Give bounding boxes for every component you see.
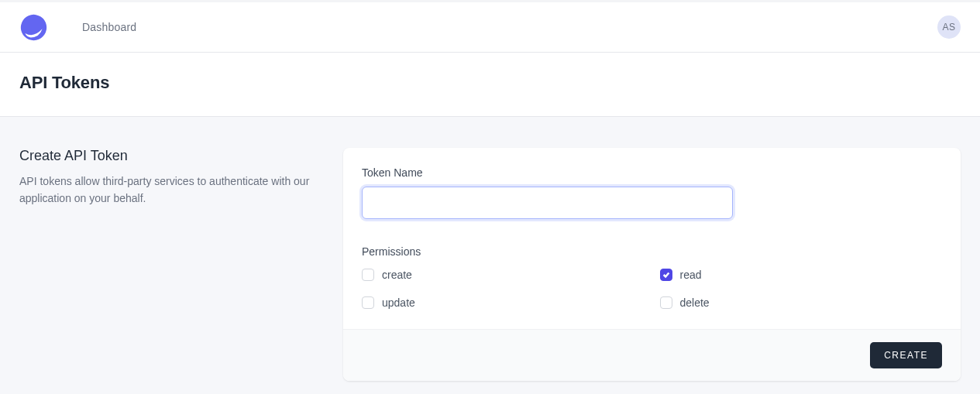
- svg-point-0: [19, 13, 48, 42]
- token-name-label: Token Name: [362, 166, 942, 179]
- permissions-grid: createreadupdatedelete: [362, 269, 942, 309]
- card-footer: CREATE: [343, 329, 961, 381]
- permission-read[interactable]: read: [660, 269, 943, 281]
- section-description: API tokens allow third-party services to…: [19, 173, 320, 207]
- checkbox-create[interactable]: [362, 269, 374, 281]
- nav-link-dashboard[interactable]: Dashboard: [82, 21, 136, 33]
- section-title: Create API Token: [19, 148, 320, 164]
- logo-icon: [19, 13, 48, 42]
- permission-label: update: [382, 296, 415, 309]
- permission-update[interactable]: update: [362, 296, 645, 309]
- permission-delete[interactable]: delete: [660, 296, 943, 309]
- permission-label: read: [680, 269, 702, 281]
- permission-label: create: [382, 269, 412, 281]
- create-button[interactable]: CREATE: [870, 342, 942, 368]
- checkbox-update[interactable]: [362, 296, 374, 309]
- token-name-input[interactable]: [362, 187, 733, 219]
- checkbox-read[interactable]: [660, 269, 672, 281]
- page-title: API Tokens: [19, 73, 961, 93]
- section-info: Create API Token API tokens allow third-…: [19, 148, 320, 381]
- content-area: Create API Token API tokens allow third-…: [0, 117, 980, 394]
- permission-label: delete: [680, 296, 710, 309]
- permission-create[interactable]: create: [362, 269, 645, 281]
- create-token-card: Token Name Permissions createreadupdated…: [343, 148, 961, 381]
- checkbox-delete[interactable]: [660, 296, 672, 309]
- app-logo[interactable]: [19, 13, 48, 42]
- avatar[interactable]: AS: [937, 15, 961, 39]
- permissions-label: Permissions: [362, 245, 942, 258]
- navbar: Dashboard AS: [0, 2, 980, 53]
- page-header: API Tokens: [0, 53, 980, 117]
